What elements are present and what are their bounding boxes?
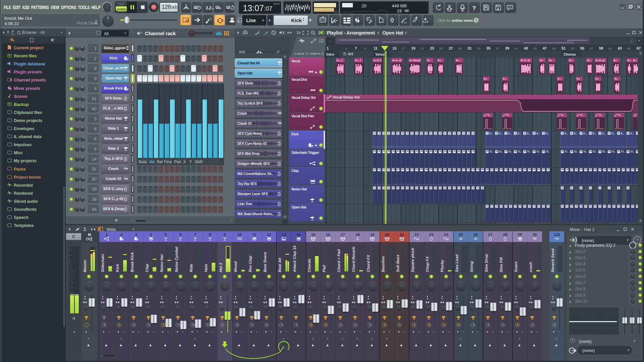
svg-text:?: ? [472,5,476,12]
